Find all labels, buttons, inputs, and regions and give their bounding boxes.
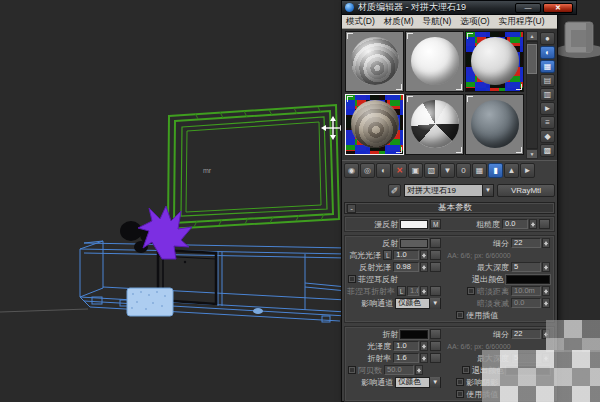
reflect-color-swatch[interactable] bbox=[400, 239, 428, 248]
fresnel-checkbox[interactable] bbox=[348, 275, 356, 283]
dim-falloff-spinner[interactable] bbox=[542, 298, 550, 308]
menu-utilities[interactable]: 实用程序(U) bbox=[499, 16, 545, 28]
rollout-collapse-icon[interactable]: - bbox=[347, 204, 356, 213]
refract-affect-channels-dropdown[interactable]: 仅颜色 ▼ bbox=[395, 377, 441, 388]
menu-material[interactable]: 材质(M) bbox=[384, 16, 414, 28]
material-id-channel-icon[interactable]: 0 bbox=[456, 163, 471, 178]
make-unique-icon[interactable]: ▧ bbox=[424, 163, 439, 178]
material-type-button[interactable]: VRayMtl bbox=[497, 184, 555, 197]
refract-gloss-field[interactable]: 1.0 bbox=[393, 341, 419, 351]
reflect-use-interpolation-checkbox[interactable] bbox=[456, 311, 464, 319]
material-name-dropdown[interactable]: 对拼大理石19 ▼ bbox=[404, 184, 494, 197]
sample-slot-4-selected[interactable] bbox=[345, 94, 404, 155]
reflect-subdivs-spinner[interactable] bbox=[542, 238, 550, 248]
abbe-spinner[interactable] bbox=[415, 365, 423, 375]
refract-gloss-map-button[interactable] bbox=[430, 341, 441, 351]
sample-slot-3[interactable] bbox=[465, 31, 524, 92]
fresnel-ior-lock-button[interactable]: L bbox=[397, 286, 406, 296]
abbe-field[interactable]: 50.0 bbox=[384, 365, 414, 375]
viewcube-object[interactable] bbox=[555, 22, 600, 58]
sample-type-sphere-icon[interactable]: ● bbox=[540, 32, 555, 45]
show-end-result-icon[interactable]: ▮ bbox=[488, 163, 503, 178]
menu-mode[interactable]: 模式(D) bbox=[346, 16, 375, 28]
reflect-affect-channels-dropdown[interactable]: 仅颜色 ▼ bbox=[395, 298, 441, 309]
go-to-parent-icon[interactable]: ▲ bbox=[504, 163, 519, 178]
video-color-check-icon[interactable]: ▥ bbox=[540, 88, 555, 101]
refract-subdivs-field[interactable]: 22 bbox=[511, 329, 541, 339]
roughness-field[interactable]: 0.0 bbox=[502, 219, 528, 229]
sample-slot-1[interactable] bbox=[345, 31, 404, 92]
menu-options[interactable]: 选项(O) bbox=[460, 16, 489, 28]
roughness-spinner[interactable] bbox=[529, 219, 537, 229]
reflect-gloss-map-button[interactable] bbox=[430, 262, 441, 272]
refract-exit-color-checkbox[interactable] bbox=[462, 366, 470, 374]
reflect-exit-color-swatch[interactable] bbox=[506, 275, 550, 284]
assign-material-to-selection-icon[interactable]: ◐ bbox=[376, 163, 391, 178]
slot-scroll-up-icon[interactable]: ▲ bbox=[526, 31, 538, 41]
slot-scroll-down-icon[interactable]: ▼ bbox=[526, 149, 538, 159]
options-icon[interactable]: ≡ bbox=[540, 116, 555, 129]
minimize-button[interactable]: — bbox=[515, 3, 541, 13]
green-frame-wireframe[interactable] bbox=[168, 105, 339, 229]
get-material-icon[interactable]: ◉ bbox=[344, 163, 359, 178]
titlebar[interactable]: 材质编辑器 - 对拼大理石19 — ✕ bbox=[341, 0, 577, 15]
fresnel-ior-spinner[interactable] bbox=[420, 286, 428, 296]
dim-distance-spinner[interactable] bbox=[542, 286, 550, 296]
show-map-in-viewport-icon[interactable]: ▦ bbox=[472, 163, 487, 178]
hilight-gloss-map-button[interactable] bbox=[430, 250, 441, 260]
reflect-map-button[interactable] bbox=[430, 238, 441, 248]
reflect-max-depth-spinner[interactable] bbox=[542, 262, 550, 272]
speaker-box[interactable] bbox=[127, 288, 173, 316]
go-forward-sibling-icon[interactable]: ► bbox=[520, 163, 535, 178]
reflect-subdivs-field[interactable]: 22 bbox=[511, 238, 541, 248]
ior-field[interactable]: 1.6 bbox=[393, 353, 419, 363]
refract-map-button[interactable] bbox=[430, 329, 441, 339]
material-map-navigator-icon[interactable]: ▩ bbox=[540, 144, 555, 157]
sample-uv-tiling-icon[interactable]: ▤ bbox=[540, 74, 555, 87]
dropdown-arrow-icon[interactable]: ▼ bbox=[429, 377, 440, 388]
refract-gloss-spinner[interactable] bbox=[420, 341, 428, 351]
reflect-sampling-info: AA: 6/6; px: 6/60000 bbox=[447, 252, 510, 259]
background-checker-icon[interactable]: ▦ bbox=[540, 60, 555, 73]
abbe-checkbox[interactable] bbox=[348, 366, 356, 374]
fresnel-ior-field[interactable]: 1.6 bbox=[407, 286, 419, 296]
reflect-gloss-field[interactable]: 0.98 bbox=[393, 262, 419, 272]
put-material-to-scene-icon[interactable]: ◎ bbox=[360, 163, 375, 178]
menu-navigation[interactable]: 导航(N) bbox=[423, 16, 452, 28]
hilight-lock-button[interactable]: L bbox=[383, 250, 392, 260]
backlight-icon[interactable]: ◐ bbox=[540, 46, 555, 59]
dim-falloff-field[interactable]: 0.0 bbox=[511, 298, 541, 308]
fresnel-ior-map-button[interactable] bbox=[430, 286, 441, 296]
make-preview-icon[interactable]: ► bbox=[540, 102, 555, 115]
dropdown-arrow-icon[interactable]: ▼ bbox=[482, 185, 493, 196]
sample-slot-5[interactable] bbox=[405, 94, 464, 155]
diffuse-map-button[interactable]: M bbox=[430, 219, 441, 229]
ior-map-button[interactable] bbox=[430, 353, 441, 363]
dim-distance-checkbox[interactable] bbox=[467, 287, 475, 295]
hilight-gloss-spinner[interactable] bbox=[420, 250, 428, 260]
pick-material-eyedropper-icon[interactable]: ✐ bbox=[388, 184, 401, 197]
sample-slot-2[interactable] bbox=[405, 31, 464, 92]
rollout-basic-parameters[interactable]: - 基本参数 bbox=[344, 202, 555, 214]
dropdown-arrow-icon[interactable]: ▼ bbox=[429, 298, 440, 309]
roughness-map-button[interactable] bbox=[539, 219, 550, 229]
reflect-max-depth-field[interactable]: 5 bbox=[511, 262, 541, 272]
make-material-copy-icon[interactable]: ▣ bbox=[408, 163, 423, 178]
affect-shadows-checkbox[interactable] bbox=[456, 378, 464, 386]
reflect-label: 反射 bbox=[382, 238, 398, 249]
dim-distance-field[interactable]: 10.0m bbox=[511, 286, 541, 296]
select-by-material-icon[interactable]: ◆ bbox=[540, 130, 555, 143]
refract-use-interpolation-checkbox[interactable] bbox=[456, 390, 464, 398]
slot-scroll-track[interactable] bbox=[526, 41, 538, 149]
reflect-gloss-spinner[interactable] bbox=[420, 262, 428, 272]
ior-spinner[interactable] bbox=[420, 353, 428, 363]
diffuse-color-swatch[interactable] bbox=[400, 220, 428, 229]
hilight-gloss-field[interactable]: 1.0 bbox=[393, 250, 419, 260]
slot-scroll-thumb[interactable] bbox=[527, 44, 537, 74]
sample-slot-6[interactable] bbox=[465, 94, 524, 155]
reflect-affect-channels-value: 仅颜色 bbox=[396, 298, 429, 308]
put-to-library-icon[interactable]: ▼ bbox=[440, 163, 455, 178]
close-button[interactable]: ✕ bbox=[543, 3, 573, 13]
refract-color-swatch[interactable] bbox=[400, 330, 428, 339]
reset-map-icon[interactable]: ✕ bbox=[392, 163, 407, 178]
